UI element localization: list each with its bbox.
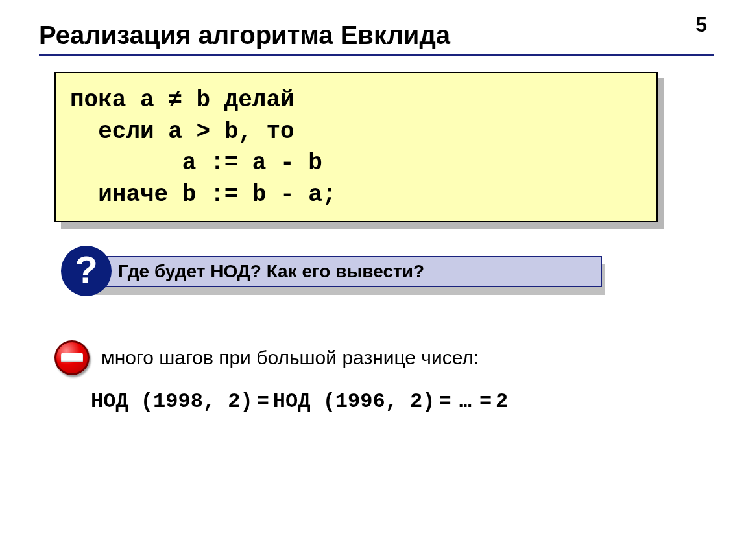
title-rule (39, 54, 714, 56)
code-block: пока a ≠ b делай если a > b, то a := a -… (54, 72, 658, 222)
question-mark-glyph: ? (75, 251, 97, 288)
nod-result: 2 (496, 390, 508, 414)
nod-term: НОД (1996, 2) (273, 390, 435, 414)
code-block-body: пока a ≠ b делай если a > b, то a := a -… (54, 72, 658, 222)
code-line: пока a ≠ b делай (70, 87, 295, 113)
warning-text: много шагов при большой разнице чисел: (101, 347, 479, 369)
warning-note: много шагов при большой разнице чисел: (54, 340, 714, 375)
code-line: иначе b := b - a; (70, 181, 336, 208)
slide: 5 Реализация алгоритма Евклида пока a ≠ … (0, 0, 746, 560)
stop-icon (54, 340, 90, 375)
question-callout: ? Где будет НОД? Как его вывести? (54, 256, 603, 287)
dots: … (459, 390, 472, 414)
code-line: если a > b, то (70, 119, 295, 145)
equals-sign: = (439, 390, 451, 414)
slide-title: Реализация алгоритма Евклида (39, 21, 714, 50)
question-text: Где будет НОД? Как его вывести? (118, 261, 424, 282)
nod-term: НОД (1998, 2) (91, 390, 253, 414)
equals-sign: = (257, 390, 269, 414)
page-number: 5 (695, 13, 707, 37)
nod-example: НОД (1998, 2)=НОД (1996, 2)=…=2 (91, 390, 714, 414)
question-bar: Где будет НОД? Как его вывести? (86, 256, 602, 287)
code-line: a := a - b (70, 150, 322, 176)
question-mark-icon: ? (61, 246, 112, 296)
equals-sign: = (479, 390, 492, 414)
